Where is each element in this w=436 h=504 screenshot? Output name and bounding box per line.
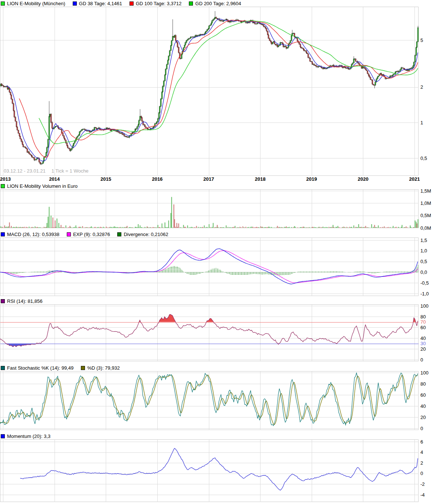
axis-tick-label: 1,0 [420,248,427,253]
rsi-legend: RSI (14): 81,856 [0,298,436,304]
candle-up [184,45,185,48]
candle-up [230,21,232,22]
candle-up [189,39,190,39]
year-label: 2016 [152,176,163,182]
candle-down [58,128,59,129]
legend-label: GD 200 Tage: 2,9604 [195,1,241,6]
candle-up [154,124,155,127]
rsi-panel: RSI (14): 81,856 1008070604030200 [0,298,436,364]
candle-up [413,66,414,68]
axis-tick-label: 60 [420,325,426,330]
candle-up [185,43,186,45]
candle-up [377,77,378,79]
candle-down [269,39,270,41]
axis-tick-label: 0 [420,426,423,431]
axis-tick-label: 80 [420,381,426,387]
candle-up [161,92,163,99]
momentum-chart: 6420-2-4 [0,439,436,503]
candle-down [239,21,240,22]
candle-up [318,66,319,67]
candle-up [46,147,47,153]
candle-up [88,131,89,131]
candle-down [309,58,310,58]
candle-down [306,53,308,54]
axis-tick-label: 6 [420,439,423,445]
candle-down [302,48,303,48]
candle-down [358,63,359,64]
candle-up [191,37,192,37]
candle-down [331,66,332,66]
legend-label: MACD (26, 12): 0,53938 [7,232,59,237]
axis-tick-label: 1,0M [420,200,431,206]
candle-down [62,133,63,136]
axis-tick-label: 0,0 [420,269,427,275]
candle-up [111,130,112,131]
price-chart: 5210,52013201420152016201720182019202020… [0,7,436,183]
candle-down [359,64,360,66]
price-panel: LION E-Mobility (München)GD 38 Tage: 4,1… [0,0,436,183]
candle-down [265,27,266,29]
candle-up [312,64,314,64]
axis-tick-label: 0,5 [420,156,427,161]
candle-down [175,35,176,41]
candle-up [392,75,393,76]
candle-up [94,127,95,130]
candle-up [159,107,160,113]
candle-down [314,64,315,65]
candle-up [375,82,376,85]
candle-up [236,20,237,20]
axis-tick-label: 30 [420,341,426,346]
candle-down [1,84,2,85]
candle-up [46,153,47,156]
candle-down [367,71,368,74]
momentum-legend: Momentum (20): 3,3 [0,433,436,439]
candle-up [157,119,158,122]
candle-down [268,35,269,39]
candle-up [409,69,410,71]
candle-up [378,76,379,77]
candle-up [121,133,122,134]
candle-up [354,59,355,59]
candle-up [416,48,417,55]
legend-item: Momentum (20): 3,3 [1,433,50,439]
candle-down [397,71,398,72]
year-label: 2021 [409,176,420,182]
legend-label: %D (3): 79,932 [87,365,119,371]
candle-down [63,136,65,138]
candle-up [167,60,168,65]
axis-tick-label: 2 [420,84,423,90]
momentum-panel: Momentum (20): 3,3 6420-2-4 [0,433,436,503]
candle-up [247,23,248,23]
candle-down [32,156,33,157]
candle-down [304,49,305,51]
candle-down [127,137,128,137]
candle-down [84,129,85,130]
candle-down [345,68,346,68]
candle-up [138,125,139,127]
candle-up [158,112,160,118]
axis-tick-label: 100 [420,304,429,309]
candle-up [192,37,193,37]
candle-down [303,49,304,50]
year-label: 2018 [255,176,266,182]
candle-up [290,40,291,43]
candle-down [107,128,108,129]
candle-down [321,68,322,68]
candle-up [42,163,43,164]
candle-down [317,66,318,67]
legend-item: RSI (14): 81,856 [1,298,42,304]
legend-label: GD 100 Tage: 3,3712 [136,1,181,6]
year-label: 2013 [0,176,11,182]
candle-down [3,86,4,87]
candle-down [407,69,409,71]
candle-up [81,130,82,131]
candle-down [363,67,364,68]
candle-up [35,160,36,160]
candle-up [212,21,213,23]
candle-up [131,134,132,136]
candle-up [208,29,209,29]
candle-down [277,45,278,47]
axis-tick-label: -2 [420,481,425,487]
candle-up [284,46,285,47]
candle-down [12,99,13,104]
